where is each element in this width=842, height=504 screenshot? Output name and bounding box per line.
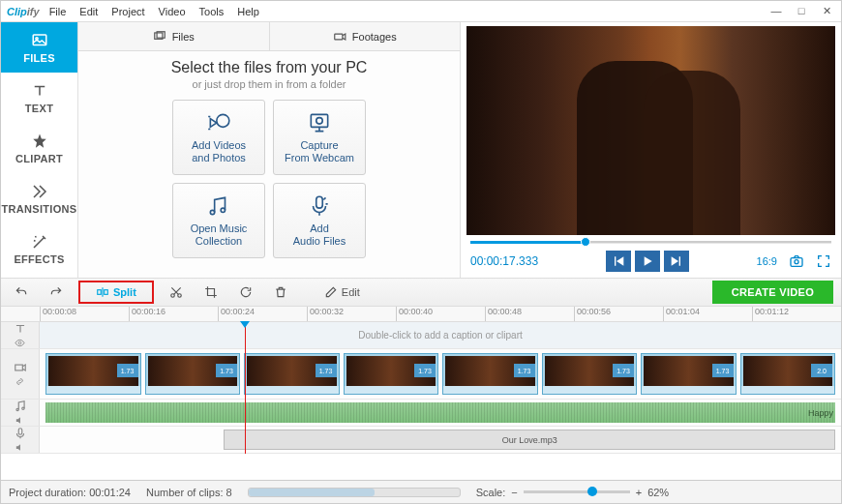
video-clip[interactable]: 1.73 bbox=[244, 353, 340, 395]
create-video-button[interactable]: CREATE VIDEO bbox=[712, 281, 833, 304]
audio-clip[interactable]: Our Love.mp3 bbox=[224, 430, 835, 450]
sidebar-item-effects[interactable]: EFFECTS bbox=[1, 223, 77, 274]
window-controls: — □ ✕ bbox=[767, 5, 835, 17]
svg-point-12 bbox=[795, 260, 798, 264]
crop-button[interactable] bbox=[198, 282, 224, 302]
text-icon bbox=[31, 82, 48, 100]
svg-rect-11 bbox=[791, 258, 802, 267]
redo-button[interactable] bbox=[44, 282, 69, 302]
menu-help[interactable]: Help bbox=[237, 6, 259, 17]
menu-edit[interactable]: Edit bbox=[79, 6, 98, 17]
aspect-ratio[interactable]: 16:9 bbox=[757, 255, 777, 267]
titlebar: Clipify File Edit Project Video Tools He… bbox=[1, 1, 841, 22]
next-button[interactable] bbox=[664, 251, 689, 272]
clip-count: Number of clips: 8 bbox=[146, 487, 232, 498]
link-icon[interactable] bbox=[15, 376, 25, 387]
svg-rect-14 bbox=[105, 290, 108, 295]
svg-point-9 bbox=[221, 208, 225, 212]
ruler-tick: 00:00:48 bbox=[485, 307, 574, 321]
sidebar-label: CLIPART bbox=[15, 153, 63, 164]
sidebar-item-clipart[interactable]: CLIPART bbox=[1, 123, 77, 173]
svg-rect-13 bbox=[98, 290, 102, 295]
prev-button[interactable] bbox=[606, 251, 631, 272]
wand-icon bbox=[31, 233, 48, 251]
preview-seek-slider[interactable] bbox=[466, 235, 835, 249]
sidebar-item-text[interactable]: TEXT bbox=[1, 73, 77, 123]
svg-rect-21 bbox=[18, 429, 22, 434]
play-button[interactable] bbox=[635, 251, 660, 272]
delete-button[interactable] bbox=[268, 282, 293, 302]
split-icon bbox=[96, 285, 109, 299]
audio-track-1[interactable]: Happy bbox=[1, 400, 841, 427]
visibility-icon[interactable] bbox=[15, 338, 25, 348]
video-clip[interactable]: 1.73 bbox=[45, 353, 141, 395]
sidebar-item-transitions[interactable]: TRANSITIONS bbox=[1, 173, 77, 223]
main-menu: File Edit Project Video Tools Help bbox=[49, 6, 259, 17]
zoom-slider[interactable] bbox=[524, 490, 630, 493]
media-subtitle: or just drop them in from a folder bbox=[193, 78, 346, 90]
menu-tools[interactable]: Tools bbox=[199, 6, 225, 17]
svg-point-20 bbox=[21, 407, 23, 409]
audio-track-2[interactable]: Our Love.mp3 bbox=[1, 427, 841, 454]
speaker-icon[interactable] bbox=[15, 415, 25, 426]
svg-rect-10 bbox=[316, 196, 323, 208]
add-audio-button[interactable]: AddAudio Files bbox=[273, 183, 366, 258]
tab-label: Files bbox=[172, 31, 195, 43]
project-duration: Project duration: 00:01:24 bbox=[9, 487, 131, 498]
scale-label: Scale: bbox=[476, 487, 506, 498]
speaker-icon[interactable] bbox=[15, 442, 25, 453]
svg-point-19 bbox=[15, 408, 17, 410]
timeline-scrollbar[interactable] bbox=[248, 488, 461, 497]
ruler-tick: 00:00:08 bbox=[40, 307, 129, 321]
cut-button[interactable] bbox=[164, 282, 189, 302]
video-clip[interactable]: 1.73 bbox=[542, 353, 638, 395]
svg-rect-6 bbox=[311, 114, 327, 127]
snapshot-icon[interactable] bbox=[789, 253, 804, 269]
video-clip[interactable]: 1.73 bbox=[641, 353, 737, 395]
caption-track[interactable]: Double-click to add a caption or clipart bbox=[1, 322, 841, 349]
split-button[interactable]: Split bbox=[78, 281, 154, 304]
menu-file[interactable]: File bbox=[49, 6, 67, 17]
svg-rect-18 bbox=[15, 365, 22, 371]
minimize-button[interactable]: — bbox=[767, 5, 785, 17]
menu-project[interactable]: Project bbox=[111, 6, 144, 17]
rotate-button[interactable] bbox=[233, 282, 258, 302]
tab-footages[interactable]: Footages bbox=[270, 22, 461, 50]
ruler-tick: 00:00:24 bbox=[218, 307, 307, 321]
webcam-icon bbox=[307, 110, 332, 135]
ruler-tick: 00:01:12 bbox=[752, 307, 841, 321]
sidebar-label: TRANSITIONS bbox=[2, 203, 77, 215]
svg-point-7 bbox=[316, 117, 323, 124]
sidebar-item-files[interactable]: FILES bbox=[1, 22, 77, 73]
open-music-button[interactable]: Open MusicCollection bbox=[172, 183, 265, 258]
playhead[interactable] bbox=[245, 322, 246, 454]
video-track[interactable]: 1.731.731.731.731.731.731.732.0 bbox=[1, 349, 841, 400]
zoom-out-button[interactable]: − bbox=[511, 487, 517, 498]
video-preview[interactable] bbox=[466, 26, 835, 235]
tab-label: Footages bbox=[352, 31, 397, 43]
video-clip[interactable]: 1.73 bbox=[145, 353, 241, 395]
video-track-icon bbox=[14, 361, 27, 374]
video-clip[interactable]: 2.0 bbox=[740, 353, 836, 395]
timeline-ruler[interactable]: 00:00:08 00:00:16 00:00:24 00:00:32 00:0… bbox=[1, 307, 841, 322]
capture-webcam-button[interactable]: CaptureFrom Webcam bbox=[273, 100, 366, 175]
menu-video[interactable]: Video bbox=[159, 6, 186, 17]
ruler-tick: 00:00:56 bbox=[574, 307, 663, 321]
mic-icon bbox=[307, 193, 332, 219]
maximize-button[interactable]: □ bbox=[793, 5, 810, 17]
star-icon bbox=[31, 133, 48, 150]
add-videos-button[interactable]: Add Videosand Photos bbox=[172, 100, 265, 175]
video-clip[interactable]: 1.73 bbox=[442, 353, 538, 395]
fullscreen-icon[interactable] bbox=[816, 253, 831, 269]
preview-timecode: 00:00:17.333 bbox=[470, 254, 538, 268]
film-icon bbox=[206, 110, 231, 135]
zoom-in-button[interactable]: + bbox=[636, 487, 642, 498]
undo-button[interactable] bbox=[9, 282, 34, 302]
edit-button[interactable]: Edit bbox=[318, 282, 366, 302]
video-clip[interactable]: 1.73 bbox=[344, 353, 439, 395]
close-button[interactable]: ✕ bbox=[818, 5, 835, 17]
tab-files[interactable]: Files bbox=[78, 22, 270, 50]
ruler-tick: 00:00:40 bbox=[396, 307, 485, 321]
app-brand: Clipify bbox=[7, 6, 40, 17]
ruler-tick: 00:00:16 bbox=[129, 307, 218, 321]
